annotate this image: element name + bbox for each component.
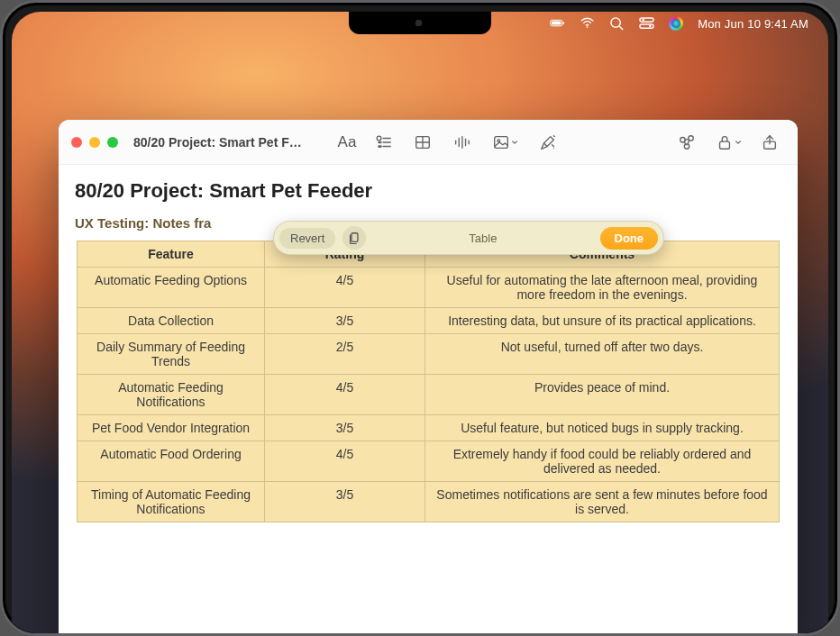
minimize-button[interactable] xyxy=(89,137,100,148)
table-button[interactable] xyxy=(407,130,438,155)
laptop-frame: Mon Jun 10 9:41 AM 80/20 Project: Smart … xyxy=(0,0,840,636)
table-row[interactable]: Automatic Feeding Options4/5Useful for a… xyxy=(78,268,780,308)
cell-feature[interactable]: Automatic Feeding Notifications xyxy=(78,375,265,415)
svg-rect-24 xyxy=(494,136,507,148)
camera-dot xyxy=(415,20,422,26)
svg-point-3 xyxy=(587,26,589,28)
cell-feature[interactable]: Timing of Automatic Feeding Notification… xyxy=(78,482,265,522)
cell-feature[interactable]: Data Collection xyxy=(78,308,265,334)
cell-feature[interactable]: Pet Food Vendor Integration xyxy=(78,415,265,441)
svg-point-26 xyxy=(553,147,554,148)
lock-button[interactable] xyxy=(710,130,746,155)
screen: Mon Jun 10 9:41 AM 80/20 Project: Smart … xyxy=(12,12,828,633)
svg-point-8 xyxy=(649,25,652,28)
cell-rating[interactable]: 4/5 xyxy=(265,441,425,482)
spotlight-icon[interactable] xyxy=(609,16,625,32)
media-button[interactable] xyxy=(485,130,525,155)
traffic-lights xyxy=(71,137,118,148)
table-row[interactable]: Automatic Food Ordering4/5Extremely hand… xyxy=(78,441,780,482)
fullscreen-button[interactable] xyxy=(107,137,118,148)
pill-mode-label: Table xyxy=(366,232,599,245)
copy-button[interactable] xyxy=(342,226,366,250)
notes-window: 80/20 Project: Smart Pet Feeder Aa xyxy=(59,120,798,633)
table-row[interactable]: Pet Food Vendor Integration3/5Useful fea… xyxy=(78,415,780,441)
table-row[interactable]: Timing of Automatic Feeding Notification… xyxy=(78,482,780,522)
siri-icon[interactable] xyxy=(669,16,683,31)
done-button[interactable]: Done xyxy=(600,227,659,250)
cell-rating[interactable]: 3/5 xyxy=(265,415,425,441)
svg-point-25 xyxy=(497,139,499,141)
window-toolbar: 80/20 Project: Smart Pet Feeder Aa xyxy=(59,120,798,165)
table-edit-pill: Revert Table Done xyxy=(273,221,664,255)
section-subtitle: UX Testing: Notes fra xyxy=(75,215,211,231)
cell-rating[interactable]: 3/5 xyxy=(265,308,425,334)
control-center-icon[interactable] xyxy=(639,16,654,32)
cell-rating[interactable]: 4/5 xyxy=(265,268,425,308)
chevron-down-icon xyxy=(735,139,742,146)
cell-comments[interactable]: Interesting data, but unsure of its prac… xyxy=(425,308,780,334)
svg-rect-5 xyxy=(640,18,653,22)
battery-icon[interactable] xyxy=(550,16,565,32)
page-title: 80/20 Project: Smart Pet Feeder xyxy=(68,177,789,212)
svg-point-7 xyxy=(643,19,645,22)
revert-button[interactable]: Revert xyxy=(279,228,335,249)
format-label: Aa xyxy=(338,133,357,151)
svg-point-4 xyxy=(611,17,620,26)
display-notch xyxy=(349,12,491,34)
cell-comments[interactable]: Not useful, turned off after two days. xyxy=(425,334,780,375)
ux-feedback-table[interactable]: Feature Rating Comments Automatic Feedin… xyxy=(77,241,780,522)
chevron-down-icon xyxy=(511,139,518,146)
wifi-icon[interactable] xyxy=(580,16,595,32)
window-title: 80/20 Project: Smart Pet Feeder xyxy=(133,135,305,150)
cell-comments[interactable]: Provides peace of mind. xyxy=(425,375,780,415)
cell-rating[interactable]: 4/5 xyxy=(265,375,425,415)
audio-button[interactable] xyxy=(446,130,477,155)
svg-rect-2 xyxy=(552,22,561,25)
cell-comments[interactable]: Useful feature, but noticed bugs in supp… xyxy=(425,415,780,441)
cell-feature[interactable]: Automatic Feeding Options xyxy=(78,268,265,308)
cell-rating[interactable]: 2/5 xyxy=(265,334,425,375)
svg-point-9 xyxy=(377,136,381,141)
table-row[interactable]: Data Collection3/5Interesting data, but … xyxy=(78,308,780,334)
close-button[interactable] xyxy=(71,137,82,148)
link-note-button[interactable] xyxy=(671,130,702,155)
svg-rect-1 xyxy=(563,23,565,25)
cell-comments[interactable]: Useful for automating the late afternoon… xyxy=(425,268,780,308)
cell-rating[interactable]: 3/5 xyxy=(265,482,425,522)
th-feature[interactable]: Feature xyxy=(78,241,265,268)
svg-point-29 xyxy=(684,143,689,148)
svg-rect-32 xyxy=(352,233,358,242)
svg-rect-6 xyxy=(640,24,653,28)
cell-feature[interactable]: Daily Summary of Feeding Trends xyxy=(78,334,265,375)
table-row[interactable]: Daily Summary of Feeding Trends2/5Not us… xyxy=(78,334,780,375)
cell-feature[interactable]: Automatic Food Ordering xyxy=(78,441,265,482)
checklist-button[interactable] xyxy=(369,130,399,155)
svg-rect-30 xyxy=(719,141,729,149)
cell-comments[interactable]: Extremely handy if food could be reliabl… xyxy=(425,441,780,482)
menubar-datetime[interactable]: Mon Jun 10 9:41 AM xyxy=(698,17,808,31)
table-row[interactable]: Automatic Feeding Notifications4/5Provid… xyxy=(78,375,780,415)
cell-comments[interactable]: Sometimes notifications are sent a few m… xyxy=(425,482,780,522)
ai-tools-button[interactable] xyxy=(533,130,563,155)
share-button[interactable] xyxy=(754,130,785,155)
format-button[interactable]: Aa xyxy=(333,130,361,155)
